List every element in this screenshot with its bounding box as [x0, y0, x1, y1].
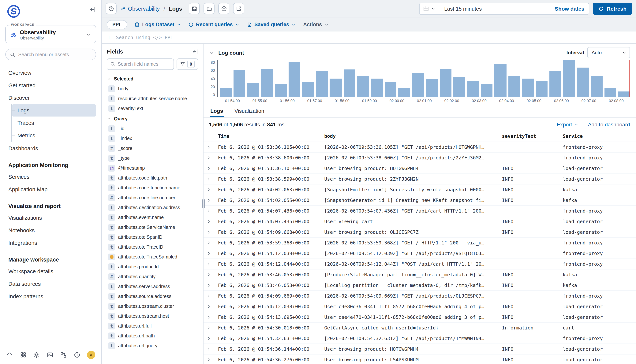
- table-row[interactable]: Feb 6, 2026 @ 01:54:07.436+00:00[2026-02…: [204, 206, 636, 216]
- histogram-bar[interactable]: [494, 64, 506, 97]
- field-item[interactable]: tattributes.code.function.name: [107, 183, 201, 193]
- column-body[interactable]: body: [324, 133, 502, 139]
- workspace-selector[interactable]: WORKSPACE Observability Observability: [5, 25, 96, 43]
- expand-row-icon[interactable]: [207, 208, 218, 213]
- table-row[interactable]: Feb 6, 2026 @ 01:54:02.055+00:00[Snapsho…: [204, 195, 636, 206]
- query-language-badge[interactable]: PPL: [107, 20, 127, 29]
- field-item[interactable]: t_type: [107, 153, 201, 163]
- histogram-bar[interactable]: [440, 68, 451, 97]
- table-row[interactable]: Feb 6, 2026 @ 01:53:38.600+00:00[2026-02…: [204, 152, 636, 163]
- sidebar-item-discover[interactable]: Discover: [5, 92, 96, 104]
- open-button[interactable]: [204, 3, 215, 14]
- field-item[interactable]: #attributes.code.line.number: [107, 193, 201, 203]
- fields-collapse-button[interactable]: [192, 48, 198, 54]
- histogram-bar[interactable]: [604, 88, 616, 97]
- info-button[interactable]: [74, 352, 80, 358]
- query-editor[interactable]: 1: [102, 32, 636, 44]
- column-time[interactable]: Time: [218, 133, 324, 139]
- histogram-bar[interactable]: [316, 71, 328, 97]
- field-item[interactable]: tbody: [107, 84, 201, 94]
- expand-row-icon[interactable]: [207, 230, 218, 234]
- sidebar-item-services[interactable]: Services: [5, 170, 96, 183]
- field-group-query[interactable]: Query: [107, 114, 201, 124]
- table-row[interactable]: Feb 6, 2026 @ 01:54:09.669+00:00[2026-02…: [204, 291, 636, 301]
- home-button[interactable]: [6, 352, 13, 358]
- sidebar-search[interactable]: [5, 48, 96, 60]
- histogram-bar[interactable]: [343, 70, 355, 97]
- expand-row-icon[interactable]: [207, 326, 218, 330]
- field-item[interactable]: tseverityText: [107, 104, 201, 114]
- workflows-button[interactable]: [60, 352, 67, 358]
- field-item[interactable]: attributes.otelTraceSampled: [107, 252, 201, 262]
- tab-visualization[interactable]: Visualization: [234, 104, 265, 117]
- field-item[interactable]: tattributes.event.name: [107, 212, 201, 222]
- sidebar-item-notebooks[interactable]: Notebooks: [5, 224, 96, 236]
- table-row[interactable]: Feb 6, 2026 @ 01:53:36.101+00:00User bro…: [204, 163, 636, 174]
- sidebar-item-metrics[interactable]: Metrics: [12, 130, 96, 142]
- column-service[interactable]: Service: [563, 133, 633, 139]
- histogram-bar[interactable]: [302, 82, 314, 97]
- field-item[interactable]: tattributes.otelTraceID: [107, 242, 201, 252]
- expand-row-icon[interactable]: [207, 336, 218, 341]
- histogram-bar[interactable]: [549, 71, 561, 97]
- expand-row-icon[interactable]: [207, 156, 218, 160]
- expand-row-icon[interactable]: [207, 262, 218, 266]
- field-item[interactable]: tattributes.source.address: [107, 292, 201, 301]
- expand-row-icon[interactable]: [207, 304, 218, 309]
- table-row[interactable]: Feb 6, 2026 @ 01:53:46.053+00:00[LocalLo…: [204, 280, 636, 291]
- sidebar-item-workspace-details[interactable]: Workspace details: [5, 265, 96, 278]
- refresh-button[interactable]: Refresh: [593, 2, 632, 14]
- table-row[interactable]: Feb 6, 2026 @ 01:54:36.276+00:00User bro…: [204, 354, 636, 364]
- apps-button[interactable]: [20, 352, 27, 358]
- expand-row-icon[interactable]: [207, 294, 218, 298]
- recent-items-button[interactable]: [106, 3, 117, 14]
- sidebar-item-logs[interactable]: Logs: [12, 104, 96, 116]
- histogram-bar[interactable]: [412, 73, 424, 97]
- field-group-selected[interactable]: Selected: [107, 74, 201, 84]
- field-item[interactable]: @timestamp: [107, 163, 201, 173]
- settings-button[interactable]: [33, 352, 40, 358]
- table-row[interactable]: Feb 6, 2026 @ 01:54:02.063+00:00[Snapsho…: [204, 184, 636, 195]
- dataset-selector[interactable]: Logs Dataset: [135, 22, 181, 27]
- table-row[interactable]: Feb 6, 2026 @ 01:54:12.039+00:00[2026-02…: [204, 248, 636, 259]
- histogram-bar[interactable]: [591, 76, 602, 97]
- date-picker-calendar-button[interactable]: [420, 3, 439, 14]
- field-item[interactable]: tattributes.otelServiceName: [107, 222, 201, 232]
- collapse-group-icon[interactable]: [89, 96, 93, 100]
- histogram-bar[interactable]: [247, 83, 259, 97]
- field-item[interactable]: tresource.attributes.service.name: [107, 94, 201, 104]
- chart-collapse-button[interactable]: [209, 50, 215, 56]
- expand-row-icon[interactable]: [207, 251, 218, 256]
- sidebar-item-get-started[interactable]: Get started: [5, 79, 96, 92]
- field-filter-button[interactable]: 0: [176, 58, 198, 70]
- histogram-bar[interactable]: [261, 68, 273, 97]
- user-avatar[interactable]: a: [87, 351, 95, 359]
- sidebar-collapse-button[interactable]: [89, 6, 96, 13]
- field-item[interactable]: tattributes.upstream.cluster: [107, 301, 201, 311]
- sidebar-search-input[interactable]: [18, 52, 92, 57]
- sidebar-item-visualizations[interactable]: Visualizations: [5, 212, 96, 224]
- add-to-dashboard-button[interactable]: Add to dashboard: [588, 122, 630, 128]
- table-row[interactable]: Feb 6, 2026 @ 01:53:36.105+00:00[2026-02…: [204, 142, 636, 152]
- field-item[interactable]: tattributes.code.file.path: [107, 173, 201, 183]
- histogram-bar[interactable]: [330, 78, 342, 97]
- export-menu[interactable]: Export: [557, 122, 579, 128]
- table-row[interactable]: Feb 6, 2026 @ 01:54:13.695+00:00User cae…: [204, 312, 636, 323]
- histogram-bar[interactable]: [426, 80, 438, 97]
- table-row[interactable]: Feb 6, 2026 @ 01:54:30.018+00:00GetCartA…: [204, 323, 636, 333]
- show-dates-button[interactable]: Show dates: [550, 6, 589, 12]
- table-row[interactable]: Feb 6, 2026 @ 01:53:38.599+00:00User bro…: [204, 174, 636, 184]
- share-button[interactable]: [233, 3, 244, 14]
- field-item[interactable]: t_index: [107, 134, 201, 144]
- field-item[interactable]: tattributes.productId: [107, 262, 201, 272]
- field-search-input[interactable]: [118, 62, 170, 67]
- expand-row-icon[interactable]: [207, 283, 218, 288]
- field-item[interactable]: t_id: [107, 124, 201, 134]
- tab-logs[interactable]: Logs: [210, 104, 224, 117]
- sidebar-item-overview[interactable]: Overview: [5, 66, 96, 79]
- histogram-bar[interactable]: [371, 78, 383, 97]
- saved-queries-menu[interactable]: Saved queries: [247, 22, 296, 27]
- expand-row-icon[interactable]: [207, 198, 218, 202]
- histogram-bar[interactable]: [289, 62, 300, 97]
- sidebar-item-dashboards[interactable]: Dashboards: [5, 142, 96, 154]
